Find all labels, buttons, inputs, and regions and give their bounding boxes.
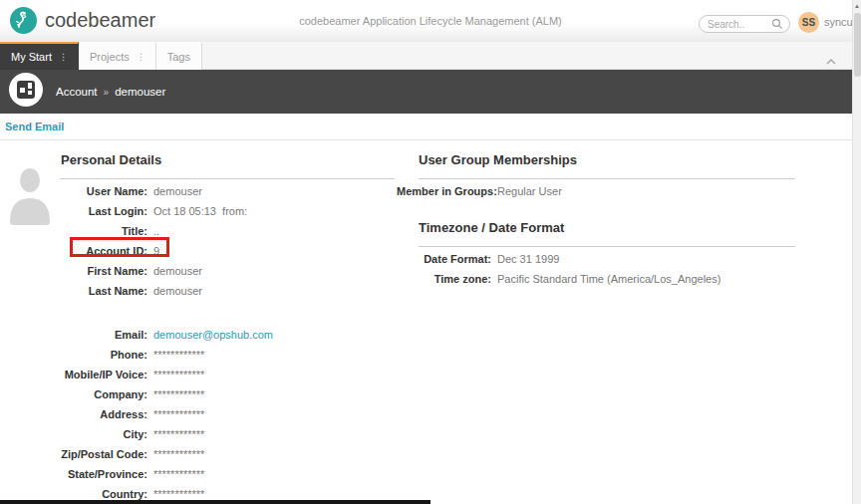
field-label: Phone: xyxy=(60,345,147,365)
app-title: codebeamer Application Lifecycle Managem… xyxy=(231,15,630,27)
field-row: User Name: demouser xyxy=(60,181,395,201)
field-row: State/Province: ************ xyxy=(60,464,395,484)
account-id-highlight-box xyxy=(70,237,169,257)
field-row xyxy=(60,301,395,325)
field-row: Date Format: Dec 31 1999 xyxy=(397,249,795,269)
field-value: ************ xyxy=(153,444,204,464)
tab-tags[interactable]: Tags xyxy=(156,42,202,70)
field-value: ************ xyxy=(153,384,204,404)
field-value: Oct 18 05:13 from: xyxy=(153,201,247,221)
field-value: demouser xyxy=(153,281,202,301)
personal-details-section: Personal Details User Name: demouser Las… xyxy=(60,149,395,504)
field-row: Address: ************ xyxy=(60,404,395,424)
field-row: Last Name: demouser xyxy=(60,281,395,301)
search-icon[interactable] xyxy=(771,18,783,30)
tab-label: My Start xyxy=(11,51,52,63)
field-row: Company: ************ xyxy=(60,384,395,404)
field-row-account-id: Account ID: 9 xyxy=(60,241,395,261)
field-label: Date Format: xyxy=(397,249,491,269)
tab-label: Tags xyxy=(167,51,190,63)
brand-name: codebeamer xyxy=(45,9,155,32)
field-label: Company: xyxy=(60,384,147,404)
field-row: First Name: demouser xyxy=(60,261,395,281)
app-header: codebeamer codebeamer Application Lifecy… xyxy=(0,0,861,42)
field-label: State/Province: xyxy=(60,464,147,484)
send-email-link[interactable]: Send Email xyxy=(5,121,64,132)
field-row: Last Login: Oct 18 05:13 from: xyxy=(60,201,395,221)
tab-my-start[interactable]: My Start ⋮ xyxy=(0,42,79,70)
field-value: ************ xyxy=(153,404,204,424)
field-label: Mobile/IP Voice: xyxy=(60,365,147,384)
field-row: Email: demouser@opshub.com xyxy=(60,325,395,345)
scrollbar-thumb[interactable] xyxy=(854,13,861,77)
scroll-up-arrow-icon[interactable]: ▲ xyxy=(853,0,861,9)
breadcrumb-separator: » xyxy=(104,87,110,98)
field-row: Zip/Postal Code: ************ xyxy=(60,444,395,464)
breadcrumb-bar: Account » demouser xyxy=(0,70,852,114)
email-link[interactable]: demouser@opshub.com xyxy=(153,325,273,345)
personal-details-fields: User Name: demouser Last Login: Oct 18 0… xyxy=(60,181,395,504)
timezone-fields: Date Format: Dec 31 1999 Time zone: Paci… xyxy=(397,249,795,289)
user-groups-fields: Member in Groups: Regular User xyxy=(397,181,795,201)
avatar[interactable]: SS xyxy=(798,12,819,33)
field-label: Time zone: xyxy=(397,269,491,289)
field-row: Phone: ************ xyxy=(60,345,395,365)
account-icon xyxy=(9,73,43,111)
section-divider xyxy=(419,246,795,247)
breadcrumb: Account » demouser xyxy=(56,86,165,98)
field-row: City: ************ xyxy=(60,424,395,444)
field-label: City: xyxy=(60,424,147,444)
section-divider xyxy=(419,178,795,179)
field-label: Email: xyxy=(60,325,147,345)
section-title-personal-details: Personal Details xyxy=(61,152,395,167)
tab-menu-dots-icon[interactable]: ⋮ xyxy=(59,52,67,62)
action-row: Send Email xyxy=(0,114,861,140)
field-row: Member in Groups: Regular User xyxy=(397,181,795,201)
field-label: User Name: xyxy=(60,181,147,201)
section-divider xyxy=(60,178,395,179)
field-value: ************ xyxy=(153,424,204,444)
tab-label: Projects xyxy=(90,51,130,63)
field-label: Zip/Postal Code: xyxy=(60,444,147,464)
breadcrumb-account-link[interactable]: Account xyxy=(56,86,98,98)
field-value: ************ xyxy=(153,365,204,384)
field-value: Dec 31 1999 xyxy=(497,249,559,269)
tab-bar: My Start ⋮ Projects ⋮ Tags xyxy=(0,42,852,70)
footer-strip xyxy=(0,500,430,504)
tab-menu-dots-icon[interactable]: ⋮ xyxy=(137,52,144,62)
field-label: First Name: xyxy=(60,261,147,281)
vertical-scrollbar[interactable]: ▲ xyxy=(852,0,861,504)
field-label: Last Login: xyxy=(60,201,147,221)
collapse-chevron-icon[interactable] xyxy=(825,52,837,70)
field-value: ************ xyxy=(153,345,204,365)
breadcrumb-user-link[interactable]: demouser xyxy=(115,86,165,98)
search-box[interactable] xyxy=(699,15,790,33)
field-value: ************ xyxy=(153,464,204,484)
field-label: Member in Groups: xyxy=(397,181,491,201)
field-value: demouser xyxy=(153,181,202,201)
gecko-logo-icon xyxy=(10,7,37,34)
right-column: User Group Memberships Member in Groups:… xyxy=(397,149,795,289)
field-value: Regular User xyxy=(497,181,562,201)
field-value: demouser xyxy=(153,261,202,281)
field-row: Mobile/IP Voice: ************ xyxy=(60,365,395,384)
tab-projects[interactable]: Projects ⋮ xyxy=(79,42,156,70)
field-row: Time zone: Pacific Standard Time (Americ… xyxy=(397,269,795,289)
field-value: Pacific Standard Time (America/Los_Angel… xyxy=(497,269,720,289)
field-label: Address: xyxy=(60,404,147,424)
section-title-timezone: Timezone / Date Format xyxy=(419,220,795,235)
field-label: Last Name: xyxy=(60,281,147,301)
search-input[interactable] xyxy=(706,18,771,31)
codebeamer-logo[interactable]: codebeamer xyxy=(10,7,155,34)
section-title-user-groups: User Group Memberships xyxy=(419,152,795,167)
user-photo-placeholder-icon xyxy=(8,165,52,229)
